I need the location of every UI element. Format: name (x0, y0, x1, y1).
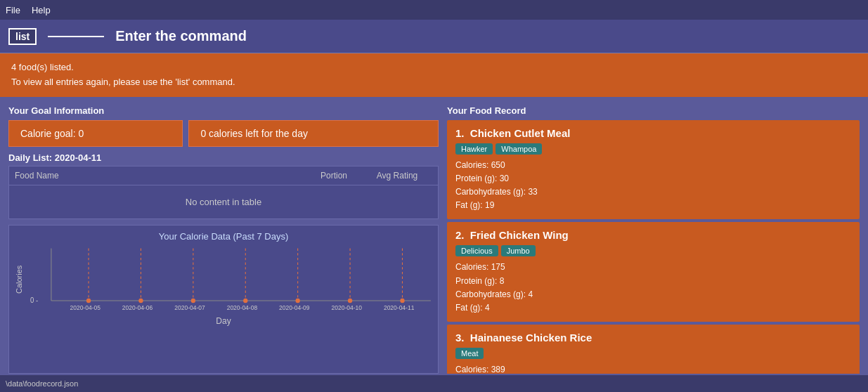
svg-text:0 -: 0 - (30, 296, 38, 304)
goal-title: Your Goal Information (8, 105, 439, 116)
notification-line1: 4 food(s) listed. (11, 60, 857, 75)
food-card-1-calories: Calories: 650 (455, 159, 851, 172)
food-card-1-carbs: Carbohydrates (g): 33 (455, 185, 851, 199)
food-card-1-title: 1. Chicken Cutlet Meal (455, 127, 851, 139)
help-menu[interactable]: Help (32, 5, 51, 15)
calorie-goal-box: Calorie goal: 0 (8, 120, 183, 147)
svg-text:2020-04-09: 2020-04-09 (279, 304, 310, 311)
daily-list-table: Food Name Portion Avg Rating No content … (8, 166, 439, 219)
food-card-3-info: Calories: 389 (455, 363, 851, 374)
calories-left-box: 0 calories left for the day (188, 120, 439, 147)
notification-line2: To view all entries again, please use th… (11, 75, 857, 90)
food-card-2-number: 2. (455, 229, 465, 241)
food-card-1-tags: Hawker Whampoa (455, 143, 851, 155)
svg-point-13 (243, 298, 247, 303)
tag-whampoa: Whampoa (495, 143, 542, 155)
food-card-3-title: 3. Hainanese Chicken Rice (455, 332, 851, 344)
daily-list-section: Daily List: 2020-04-11 Food Name Portion… (8, 152, 439, 219)
svg-point-4 (86, 298, 91, 303)
command-label: Enter the command (115, 28, 247, 44)
chart-area: Calories 0 - 2020-04-05 (15, 244, 432, 315)
food-card-3-name: Hainanese Chicken Rice (470, 332, 592, 344)
right-panel-wrapper: Your Food Record 1. Chicken Cutlet Meal … (447, 105, 860, 374)
food-card-2-name: Fried Chicken Wing (470, 229, 569, 241)
svg-text:2020-04-07: 2020-04-07 (174, 304, 205, 311)
notification-bar: 4 food(s) listed. To view all entries ag… (0, 53, 868, 97)
food-card-2-fat: Fat (g): 4 (455, 301, 851, 315)
goal-section: Your Goal Information Calorie goal: 0 0 … (8, 105, 439, 147)
command-bar: list Enter the command (0, 20, 868, 53)
left-panel: Your Goal Information Calorie goal: 0 0 … (8, 105, 439, 374)
food-card-2-carbs: Carbohydrates (g): 4 (455, 288, 851, 301)
food-card-2-calories: Calories: 175 (455, 261, 851, 274)
right-panel[interactable]: 1. Chicken Cutlet Meal Hawker Whampoa Ca… (447, 120, 860, 374)
menu-bar: File Help (0, 0, 868, 20)
svg-point-7 (138, 298, 143, 303)
food-card-1-name: Chicken Cutlet Meal (470, 127, 571, 139)
table-header: Food Name Portion Avg Rating (9, 166, 438, 185)
svg-text:2020-04-08: 2020-04-08 (227, 304, 258, 311)
food-card-3-calories: Calories: 389 (455, 363, 851, 374)
chart-x-label: Day (15, 316, 432, 326)
tag-hawker: Hawker (455, 143, 493, 155)
col-food-name: Food Name (15, 171, 306, 181)
chart-title: Your Calorie Data (Past 7 Days) (15, 231, 432, 242)
svg-point-10 (191, 298, 195, 303)
svg-text:2020-04-11: 2020-04-11 (384, 304, 415, 311)
command-separator (48, 36, 104, 37)
command-prefix[interactable]: list (8, 28, 37, 45)
status-path: \data\foodrecord.json (6, 379, 78, 388)
svg-point-16 (295, 298, 299, 303)
tag-jumbo: Jumbo (501, 245, 536, 256)
food-card-2-title: 2. Fried Chicken Wing (455, 229, 851, 241)
col-avg-rating: Avg Rating (362, 171, 432, 181)
food-card-2: 2. Fried Chicken Wing Delicious Jumbo Ca… (447, 222, 860, 322)
food-card-3-number: 3. (455, 332, 465, 344)
table-empty-message: No content in table (9, 185, 438, 218)
food-card-1-protein: Protein (g): 30 (455, 172, 851, 185)
main-content: Your Goal Information Calorie goal: 0 0 … (0, 100, 868, 379)
food-record-title: Your Food Record (447, 105, 860, 116)
svg-point-22 (400, 298, 404, 303)
svg-point-19 (348, 298, 352, 303)
food-card-2-protein: Protein (g): 8 (455, 275, 851, 288)
food-card-3: 3. Hainanese Chicken Rice Meat Calories:… (447, 325, 860, 374)
file-menu[interactable]: File (6, 5, 20, 15)
chart-y-label: Calories (15, 244, 26, 315)
food-card-2-info: Calories: 175 Protein (g): 8 Carbohydrat… (455, 261, 851, 315)
chart-svg: 0 - 2020-04-05 2020-04-06 2020-04- (29, 244, 432, 315)
food-card-1-fat: Fat (g): 19 (455, 199, 851, 212)
daily-list-title: Daily List: 2020-04-11 (8, 152, 439, 163)
tag-meat: Meat (455, 348, 484, 359)
goal-boxes: Calorie goal: 0 0 calories left for the … (8, 120, 439, 147)
food-card-1-info: Calories: 650 Protein (g): 30 Carbohydra… (455, 159, 851, 213)
food-card-1: 1. Chicken Cutlet Meal Hawker Whampoa Ca… (447, 120, 860, 220)
svg-text:2020-04-06: 2020-04-06 (122, 304, 153, 311)
svg-text:2020-04-10: 2020-04-10 (332, 304, 363, 311)
chart-content: 0 - 2020-04-05 2020-04-06 2020-04- (29, 244, 432, 315)
col-portion: Portion (306, 171, 362, 181)
food-card-3-tags: Meat (455, 348, 851, 359)
food-card-2-tags: Delicious Jumbo (455, 245, 851, 256)
tag-delicious: Delicious (455, 245, 498, 256)
status-bar: \data\foodrecord.json (0, 375, 868, 392)
food-card-1-number: 1. (455, 127, 465, 139)
svg-text:2020-04-05: 2020-04-05 (70, 304, 101, 311)
chart-section: Your Calorie Data (Past 7 Days) Calories… (8, 225, 439, 374)
